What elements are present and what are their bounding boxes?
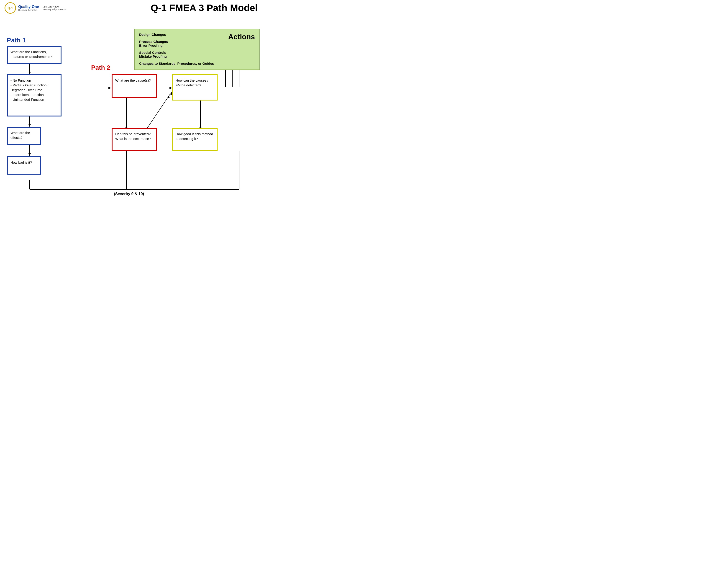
tagline: Discover the Value [18, 9, 39, 11]
logo-text: Quality-One Discover the Value [18, 5, 39, 11]
actions-item2: Process Changes Error Proofing [139, 40, 224, 47]
actions-box: Design Changes Process Changes Error Pro… [134, 29, 260, 70]
company-name: Quality-One [18, 5, 39, 9]
contact-info: 248.280.4800 www.quality-one.com [44, 5, 67, 11]
path1-box3: What are the effects? [7, 127, 41, 145]
actions-item1: Design Changes [139, 33, 224, 36]
path3-box2: How good is this method at detecting it? [172, 128, 218, 151]
phone: 248.280.4800 [44, 5, 67, 8]
path2-box2: Can this be prevented? What is the occur… [112, 128, 157, 151]
diagram: Path 1 What are the Functions, Features … [0, 16, 364, 279]
svg-marker-7 [108, 87, 111, 89]
website: www.quality-one.com [44, 8, 67, 11]
actions-item3: Special Controls Mistake Proofing [139, 51, 224, 58]
actions-title: Actions [228, 33, 255, 41]
header: Q-1 Quality-One Discover the Value 248.2… [0, 0, 364, 16]
path1-label: Path 1 [7, 37, 26, 44]
path1-box1: What are the Functions, Features or Requ… [7, 46, 62, 64]
path2-label: Path 2 [91, 64, 110, 71]
page-title: Q-1 FMEA 3 Path Model [67, 3, 359, 13]
logo-area: Q-1 Quality-One Discover the Value 248.2… [5, 2, 67, 14]
path3-box1: How can the causes / FM be detected? [172, 74, 218, 100]
svg-marker-5 [28, 153, 31, 156]
svg-marker-9 [168, 96, 170, 98]
path1-box4: How bad is it? [7, 156, 41, 174]
path2-box1: What are the cause(s)? [112, 74, 157, 98]
logo-icon: Q-1 [5, 2, 16, 14]
severity-label: (Severity 9 & 10) [114, 192, 144, 196]
actions-item4: Changes to Standards, Procedures, or Gui… [139, 62, 224, 65]
path1-box2: - No Function - Partial / Over Function … [7, 74, 62, 116]
